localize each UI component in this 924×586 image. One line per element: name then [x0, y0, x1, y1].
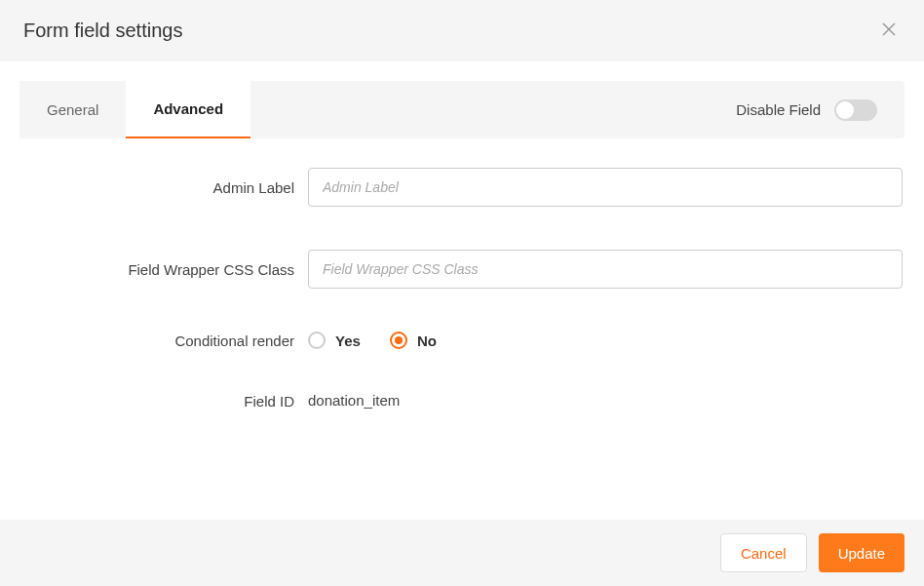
modal-title: Form field settings — [23, 20, 182, 42]
radio-yes-label: Yes — [335, 332, 361, 349]
close-icon — [881, 21, 897, 40]
admin-label-label: Admin Label — [19, 179, 308, 196]
form-field-settings-modal: Form field settings General Advanced Dis… — [0, 0, 924, 586]
tabs: General Advanced — [19, 81, 250, 138]
row-admin-label: Admin Label — [19, 168, 905, 207]
conditional-render-yes[interactable]: Yes — [308, 332, 361, 349]
radio-no-label: No — [417, 332, 437, 349]
admin-label-input[interactable] — [308, 168, 903, 207]
modal-content: Admin Label Field Wrapper CSS Class Cond… — [0, 138, 924, 520]
modal-header: Form field settings — [0, 0, 924, 61]
radio-icon — [308, 332, 326, 349]
tab-advanced[interactable]: Advanced — [126, 81, 250, 138]
conditional-render-radio-group: Yes No — [308, 332, 905, 349]
field-id-label: Field ID — [19, 393, 308, 410]
conditional-render-no[interactable]: No — [390, 332, 437, 349]
field-id-value: donation_item — [308, 392, 400, 409]
wrapper-class-input[interactable] — [308, 250, 903, 289]
wrapper-class-label: Field Wrapper CSS Class — [19, 261, 308, 278]
row-field-id: Field ID donation_item — [19, 392, 905, 410]
radio-dot-icon — [395, 336, 403, 344]
close-button[interactable] — [877, 18, 901, 44]
disable-field-toggle[interactable] — [834, 99, 877, 121]
disable-field-group: Disable Field — [736, 99, 905, 121]
tab-general[interactable]: General — [19, 81, 126, 138]
tabs-row: General Advanced Disable Field — [19, 81, 905, 138]
row-wrapper-class: Field Wrapper CSS Class — [19, 250, 905, 289]
conditional-render-label: Conditional render — [19, 332, 308, 349]
radio-icon-selected — [390, 332, 407, 349]
row-conditional-render: Conditional render Yes No — [19, 332, 905, 349]
cancel-button[interactable]: Cancel — [720, 533, 807, 572]
disable-field-label: Disable Field — [736, 101, 821, 118]
update-button[interactable]: Update — [819, 533, 905, 572]
toggle-knob — [836, 101, 854, 119]
modal-footer: Cancel Update — [0, 520, 924, 586]
